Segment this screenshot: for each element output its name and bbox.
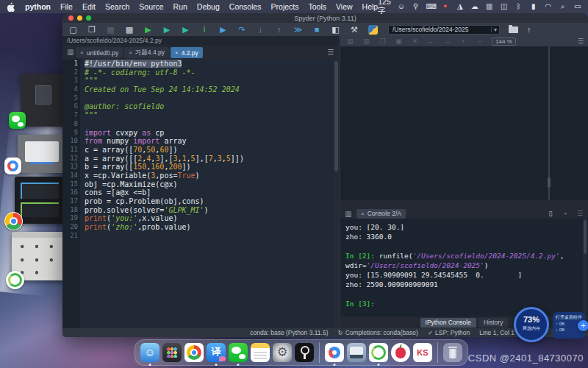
step-into-icon[interactable]: ↓ xyxy=(256,25,265,35)
dock-icon-cleaner[interactable] xyxy=(369,343,388,362)
dock-icon-screenshot[interactable] xyxy=(347,343,366,362)
stop-console-icon[interactable]: ▪ xyxy=(560,210,570,217)
step-out-icon[interactable]: ↑ xyxy=(275,25,284,35)
remove-plot-icon[interactable]: ▣ xyxy=(395,38,403,45)
dock-icon-launchpad[interactable] xyxy=(162,343,182,362)
close-tab-icon[interactable]: × xyxy=(175,49,179,56)
wifi-icon[interactable]: ◠ xyxy=(544,2,553,11)
remove-all-plots-icon[interactable]: ✕ xyxy=(411,38,419,45)
dock-icon-trash[interactable] xyxy=(443,343,462,362)
netdisk-badge-icon[interactable] xyxy=(4,158,21,174)
save-all-plots-icon[interactable]: ▥ xyxy=(362,38,370,45)
editor-options-icon[interactable]: ☰ xyxy=(326,48,336,56)
minimized-window-wechat[interactable] xyxy=(21,74,66,127)
zoom-in-icon[interactable]: + xyxy=(459,38,467,45)
menu-item-search[interactable]: Search xyxy=(105,2,129,11)
stage-manager-icon[interactable]: ▥ xyxy=(485,2,494,11)
dock-icon-keychain[interactable] xyxy=(295,343,314,362)
debug-icon[interactable]: ▶ xyxy=(218,25,228,35)
menu-item-debug[interactable]: Debug xyxy=(197,2,220,11)
console-options-icon[interactable]: ☰ xyxy=(575,210,585,217)
chrome-badge-icon[interactable] xyxy=(4,212,23,230)
desktop-widget-panel[interactable]: 打开桌面组件 ↑ 0B ↓ 0B + xyxy=(553,312,585,339)
wechat-badge-icon[interactable] xyxy=(9,112,26,129)
editor-scrollbar[interactable] xyxy=(334,60,339,328)
console-tab[interactable]: × Console 2/A xyxy=(356,209,406,219)
menu-item-tools[interactable]: Tools xyxy=(309,2,327,11)
panes-icon[interactable]: ◧ xyxy=(331,25,340,35)
dock-icon-ks[interactable] xyxy=(413,343,432,362)
add-widget-button[interactable]: + xyxy=(578,320,588,331)
run-selection-icon[interactable]: I xyxy=(200,25,209,35)
menu-item-edit[interactable]: Edit xyxy=(82,2,96,11)
previous-plot-icon[interactable]: ← xyxy=(427,38,435,45)
continue-icon[interactable]: ≫ xyxy=(293,25,303,35)
next-plot-icon[interactable]: → xyxy=(443,38,451,45)
dock-icon-notes[interactable] xyxy=(251,343,270,362)
run-cell-icon[interactable]: ▶ xyxy=(162,25,172,35)
shapes-icon[interactable]: ◮ xyxy=(456,2,465,11)
python-logo-icon[interactable] xyxy=(368,25,378,35)
save-plot-icon[interactable]: ▤ xyxy=(346,38,354,45)
dock-icon-finder[interactable] xyxy=(140,343,159,362)
active-app-name[interactable]: python xyxy=(25,2,51,11)
plots-options-icon[interactable]: ☰ xyxy=(578,38,584,45)
menu-item-view[interactable]: View xyxy=(336,2,353,11)
console-pane-tab-history[interactable]: History xyxy=(478,318,508,328)
dock-icon-netdisk[interactable] xyxy=(325,343,344,362)
console-scrollbar[interactable] xyxy=(583,219,587,316)
run-icon[interactable]: ▶ xyxy=(143,25,153,35)
close-console-icon[interactable]: × xyxy=(361,210,365,217)
dock-icon-wechat[interactable] xyxy=(229,343,248,362)
editor-tab-untitled0.py[interactable]: ×untitled0.py xyxy=(76,47,123,58)
browse-console-tabs-icon[interactable]: ▥ xyxy=(343,210,354,218)
dock-icon-translate[interactable] xyxy=(207,343,226,362)
save-icon[interactable]: ▦ xyxy=(106,25,115,35)
working-directory-value[interactable]: /Users/scofieldo/2024-2025 xyxy=(389,26,491,33)
dock-icon-apple-red[interactable] xyxy=(391,343,410,362)
keyboard-icon[interactable]: ⌨ xyxy=(426,2,435,11)
copy-plot-icon[interactable]: ❒ xyxy=(379,38,387,45)
zoom-out-icon[interactable]: − xyxy=(476,38,484,45)
editor-tab-4.2.py[interactable]: ×4.2.py xyxy=(171,47,203,58)
bluetooth-icon[interactable]: ᛒ xyxy=(514,2,523,11)
step-over-icon[interactable]: ↷ xyxy=(237,25,247,35)
window-icon[interactable]: ◫ xyxy=(500,2,509,11)
dock-icon-settings[interactable] xyxy=(273,343,292,362)
editor-tab-习题4.4.py[interactable]: ×习题4.4.py xyxy=(124,47,169,58)
save-all-icon[interactable]: ▩ xyxy=(125,25,135,35)
new-file-icon[interactable]: ▢ xyxy=(68,25,78,35)
menu-item-source[interactable]: Source xyxy=(139,2,163,11)
search-icon[interactable]: ⌕ xyxy=(559,2,567,11)
close-tab-icon[interactable]: × xyxy=(129,49,132,56)
dock-icon-chrome[interactable] xyxy=(184,343,204,362)
code-editor[interactable]: 1#!/usr/bin/env python32# -*- codiarng: … xyxy=(62,60,339,328)
minimized-window-chrome[interactable] xyxy=(15,177,66,224)
screen-record-icon[interactable]: ● xyxy=(441,2,450,11)
menu-item-file[interactable]: File xyxy=(60,2,73,11)
menu-item-consoles[interactable]: Consoles xyxy=(229,2,262,11)
chevron-down-icon[interactable]: ▼ xyxy=(491,27,499,32)
memory-cleaner-widget[interactable]: 73% 释放内存 xyxy=(514,307,549,342)
apple-logo-icon[interactable] xyxy=(7,2,15,12)
stop-icon[interactable]: ■ xyxy=(312,25,322,35)
menu-item-projects[interactable]: Projects xyxy=(271,2,299,11)
ipython-console-output[interactable]: you: [20. 30.]zho: 3360.0In [2]: runfile… xyxy=(340,219,588,316)
open-file-icon[interactable]: ❒ xyxy=(87,25,97,35)
console-pane-tab-ipython-console[interactable]: IPython Console xyxy=(420,318,476,328)
menu-item-run[interactable]: Run xyxy=(173,2,187,11)
mic-icon[interactable]: ⚲ xyxy=(412,2,420,11)
minimized-window-netdisk[interactable] xyxy=(18,135,66,173)
battery-icon[interactable]: ▮ xyxy=(529,2,538,11)
cloud-icon[interactable]: ☁ xyxy=(470,2,479,11)
menu-item-help[interactable]: Help xyxy=(362,2,379,11)
close-tab-icon[interactable]: × xyxy=(80,49,84,56)
browse-directory-icon[interactable] xyxy=(509,26,518,33)
display-icon[interactable]: ▭ xyxy=(573,2,582,11)
browse-tabs-icon[interactable]: ▥ xyxy=(65,48,76,56)
run-cell-advance-icon[interactable]: ▶ xyxy=(181,25,190,35)
cleaner-badge-icon[interactable] xyxy=(6,271,24,289)
tools-wrench-icon[interactable]: ⚒ xyxy=(350,25,359,35)
inspect-icon[interactable]: ▯ xyxy=(545,210,556,217)
input-method-icon[interactable]: ☺ xyxy=(397,2,406,11)
